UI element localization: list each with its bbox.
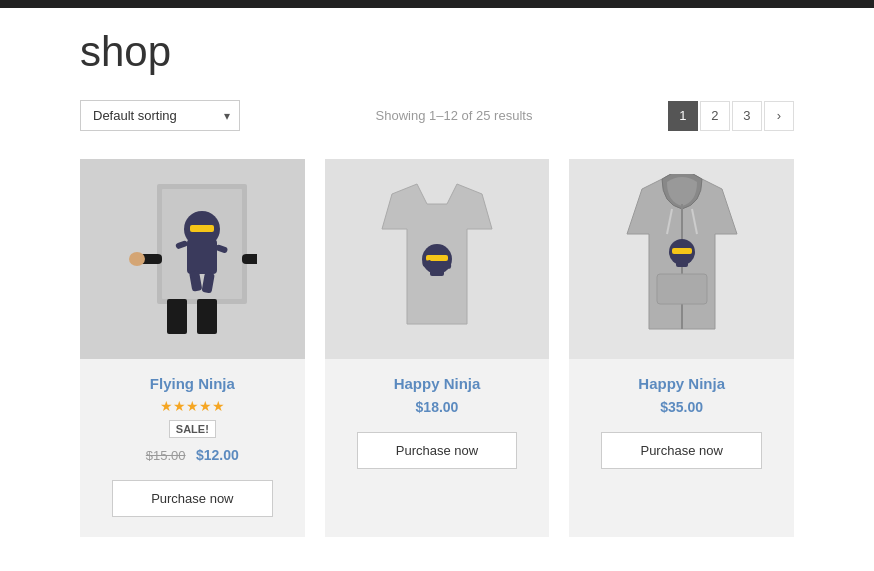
sale-badge-1: SALE!	[169, 420, 216, 438]
product-card-1: Flying Ninja ★★★★★ SALE! $15.00 $12.00 P…	[80, 159, 305, 537]
svg-rect-28	[676, 257, 688, 267]
svg-rect-4	[190, 225, 214, 232]
price-single-2: $18.00	[416, 399, 459, 415]
results-text: Showing 1–12 of 25 results	[376, 108, 533, 123]
price-area-1: $15.00 $12.00	[146, 446, 239, 464]
svg-rect-27	[672, 248, 692, 254]
product-card-2: Happy Ninja $18.00 Purchase now	[325, 159, 550, 537]
product-stars-1: ★★★★★	[160, 398, 225, 414]
main-container: shop Default sorting Popularity Average …	[0, 8, 874, 571]
svg-rect-18	[430, 264, 444, 276]
product-name-2: Happy Ninja	[394, 375, 481, 392]
product-name-1: Flying Ninja	[150, 375, 235, 392]
svg-rect-17	[426, 255, 448, 261]
product-info-1: Flying Ninja ★★★★★ SALE! $15.00 $12.00 P…	[80, 375, 305, 517]
pagination: 1 2 3 ›	[668, 101, 794, 131]
products-grid: Flying Ninja ★★★★★ SALE! $15.00 $12.00 P…	[80, 159, 794, 537]
product-name-3: Happy Ninja	[638, 375, 725, 392]
product-card-3: Happy Ninja $35.00 Purchase now	[569, 159, 794, 537]
price-single-3: $35.00	[660, 399, 703, 415]
toolbar: Default sorting Popularity Average Ratin…	[80, 100, 794, 131]
product-info-2: Happy Ninja $18.00 Purchase now	[325, 375, 550, 469]
svg-rect-10	[242, 254, 257, 264]
sort-select[interactable]: Default sorting Popularity Average Ratin…	[80, 100, 240, 131]
price-old-1: $15.00	[146, 448, 186, 463]
svg-rect-11	[167, 299, 187, 334]
product-info-3: Happy Ninja $35.00 Purchase now	[569, 375, 794, 469]
product-image-3	[569, 159, 794, 359]
purchase-btn-3[interactable]: Purchase now	[601, 432, 762, 469]
price-area-3: $35.00	[660, 398, 703, 416]
svg-point-13	[129, 252, 145, 266]
sort-select-wrapper: Default sorting Popularity Average Ratin…	[80, 100, 240, 131]
page-btn-1[interactable]: 1	[668, 101, 698, 131]
svg-rect-3	[187, 239, 217, 274]
page-btn-next[interactable]: ›	[764, 101, 794, 131]
top-bar	[0, 0, 874, 8]
product-image-1	[80, 159, 305, 359]
svg-rect-25	[657, 274, 707, 304]
svg-rect-12	[197, 299, 217, 334]
price-area-2: $18.00	[416, 398, 459, 416]
page-btn-3[interactable]: 3	[732, 101, 762, 131]
page-btn-2[interactable]: 2	[700, 101, 730, 131]
price-current-1: $12.00	[196, 447, 239, 463]
page-title: shop	[80, 28, 794, 76]
product-image-2	[325, 159, 550, 359]
purchase-btn-1[interactable]: Purchase now	[112, 480, 273, 517]
purchase-btn-2[interactable]: Purchase now	[357, 432, 518, 469]
